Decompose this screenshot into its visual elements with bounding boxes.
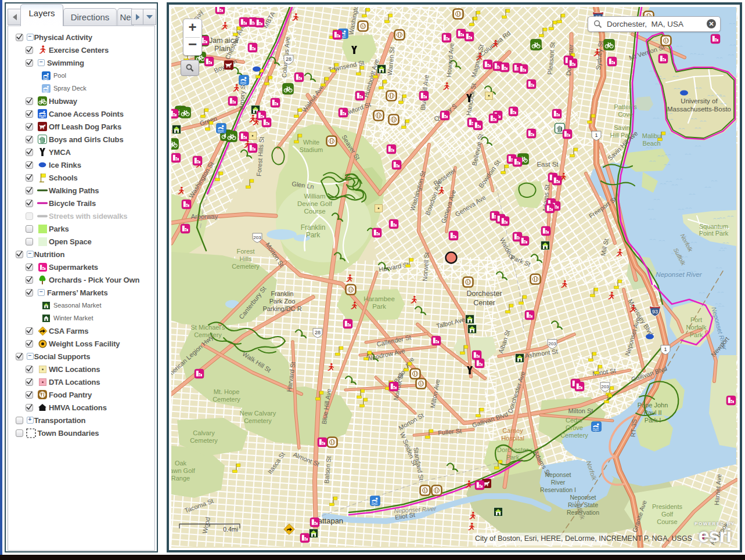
svg-text:Carney: Carney: [502, 427, 523, 434]
svg-text:Lawn Golf: Lawn Golf: [171, 467, 196, 474]
svg-text:203: 203: [253, 235, 261, 240]
svg-text:Pope John: Pope John: [638, 402, 668, 409]
svg-text:White: White: [303, 139, 319, 146]
svg-text:Hospital: Hospital: [501, 435, 524, 442]
svg-text:Franklin: Franklin: [271, 290, 293, 297]
svg-text:Cedar: Cedar: [566, 417, 583, 424]
svg-text:Park I: Park I: [645, 417, 661, 424]
svg-text:Range: Range: [171, 475, 190, 482]
svg-text:Point Park: Point Park: [699, 230, 729, 237]
svg-text:Cemetery: Cemetery: [232, 263, 260, 270]
svg-text:Oak: Oak: [175, 460, 187, 467]
svg-text:Park: Park: [372, 303, 386, 310]
svg-text:Hills: Hills: [240, 255, 252, 262]
svg-text:Cemetery: Cemetery: [560, 432, 588, 439]
svg-text:Park: Park: [690, 331, 703, 338]
svg-text:Stadium: Stadium: [300, 146, 323, 153]
svg-text:1: 1: [595, 132, 598, 138]
svg-text:Parking/DC R: Parking/DC R: [262, 305, 301, 312]
svg-text:Devine Golf: Devine Golf: [297, 200, 333, 207]
svg-text:Reservation I: Reservation I: [540, 486, 576, 493]
svg-text:Franklin: Franklin: [301, 223, 326, 232]
svg-text:East St: East St: [537, 161, 559, 168]
svg-text:Grove: Grove: [566, 424, 583, 431]
svg-text:St Michael's: St Michael's: [191, 324, 225, 331]
svg-text:Center: Center: [473, 299, 495, 307]
svg-text:Harambee: Harambee: [363, 295, 395, 302]
svg-text:New Calvary: New Calvary: [240, 410, 276, 417]
svg-text:93: 93: [652, 309, 658, 315]
svg-text:Patten's: Patten's: [614, 103, 637, 110]
svg-text:Neponset River: Neponset River: [656, 271, 702, 278]
svg-text:Golf: Golf: [661, 511, 674, 518]
svg-text:Mt. Hope: Mt. Hope: [214, 388, 240, 395]
svg-text:University of: University of: [681, 97, 718, 104]
svg-text:Course: Course: [657, 518, 677, 525]
svg-text:203: 203: [601, 384, 609, 389]
svg-text:Cemetery: Cemetery: [244, 417, 272, 424]
svg-text:Presidents: Presidents: [652, 503, 682, 510]
svg-text:Dorchester: Dorchester: [497, 446, 528, 453]
svg-text:1: 1: [664, 346, 667, 352]
svg-text:Park: Park: [506, 454, 520, 461]
svg-text:William: William: [304, 193, 325, 200]
svg-text:Norfolk: Norfolk: [686, 324, 707, 331]
svg-text:Milton St: Milton St: [568, 407, 593, 414]
svg-text:203: 203: [548, 341, 556, 346]
svg-text:0.4mi: 0.4mi: [223, 526, 238, 533]
svg-text:Cemetery: Cemetery: [213, 396, 240, 403]
svg-text:Course: Course: [304, 208, 325, 215]
svg-text:Cove: Cove: [618, 111, 633, 118]
svg-text:Squantum: Squantum: [699, 223, 728, 230]
svg-text:Dorchester: Dorchester: [466, 290, 502, 298]
svg-text:Park: Park: [306, 231, 321, 239]
svg-text:Cemetery: Cemetery: [190, 437, 218, 444]
svg-text:Neponset: Neponset: [570, 494, 596, 501]
svg-text:Forest: Forest: [236, 248, 254, 255]
svg-text:Port: Port: [690, 316, 702, 323]
svg-text:River: River: [551, 479, 566, 486]
svg-text:Savin: Savin: [614, 124, 630, 131]
svg-text:Paul II: Paul II: [643, 409, 661, 416]
svg-text:28: 28: [286, 56, 291, 62]
svg-text:Massachusetts-Bosto: Massachusetts-Bosto: [667, 106, 731, 113]
svg-text:Arborway: Arborway: [191, 213, 218, 220]
svg-text:28: 28: [315, 330, 321, 335]
svg-text:Calvary: Calvary: [193, 429, 215, 436]
svg-text:Park Zoo: Park Zoo: [269, 298, 296, 305]
